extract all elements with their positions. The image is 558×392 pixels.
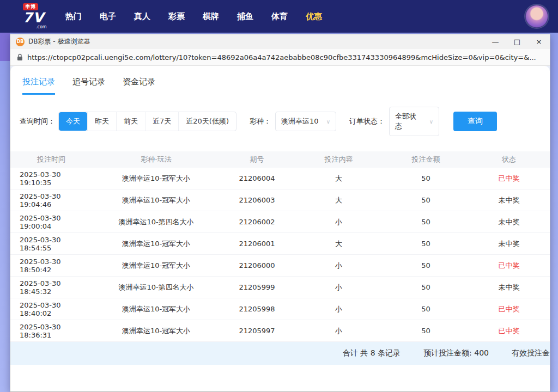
lottery-filter-label: 彩种： <box>250 117 271 126</box>
cell-bet-content: 小 <box>294 283 384 292</box>
cell-issue-number: 21206003 <box>220 196 294 204</box>
cell-issue-number: 21206002 <box>220 218 294 226</box>
nav-item[interactable]: 热门 <box>65 11 82 22</box>
db-favicon: DB <box>16 38 25 46</box>
tab-active[interactable]: 投注记录 <box>22 77 55 95</box>
cell-bet-time: 2025-03-30 18:50:42 <box>10 258 92 274</box>
table-row: 2025-03-30 18:36:31澳洲幸运10-冠军大小21205997小5… <box>10 320 550 342</box>
cell-bet-time: 2025-03-30 19:10:35 <box>10 170 92 187</box>
cell-status: 已中奖 <box>468 304 550 314</box>
table-row: 2025-03-30 19:10:35澳洲幸运10-冠军大小21206004大5… <box>10 168 550 189</box>
cell-status: 未中奖 <box>468 283 550 292</box>
nav-item[interactable]: 捕鱼 <box>237 11 253 22</box>
cell-status: 已中奖 <box>468 326 550 336</box>
time-filter-option[interactable]: 今天 <box>59 112 87 131</box>
table-row: 2025-03-30 18:54:55澳洲幸运10-冠军大小21206001大5… <box>10 233 550 255</box>
cell-bet-time: 2025-03-30 18:40:02 <box>10 301 92 317</box>
cell-play-type: 澳洲幸运10-冠军大小 <box>92 174 220 183</box>
status-filter-label: 订单状态： <box>349 117 385 126</box>
time-filter-option[interactable]: 近20天(低频) <box>178 112 236 131</box>
close-button[interactable]: × <box>528 34 550 49</box>
window-title: DB彩票 - 极速浏览器 <box>28 37 90 46</box>
table-header-cell: 投注金额 <box>384 155 468 164</box>
cell-bet-time: 2025-03-30 19:00:04 <box>10 214 92 230</box>
cell-status: 已中奖 <box>468 174 550 183</box>
top-navigation: 申博 7V .com 热门电子真人彩票棋牌捕鱼体育优惠 <box>0 0 558 33</box>
summary-valid-amount: 有效投注金 <box>512 348 550 358</box>
lottery-select-value: 澳洲幸运10 <box>281 117 319 126</box>
cell-play-type: 澳洲幸运10-冠军大小 <box>92 326 220 336</box>
bet-records-table: 投注时间彩种-玩法期号投注内容投注金额状态 2025-03-30 19:10:3… <box>10 151 550 365</box>
cell-play-type: 澳洲幸运10-第四名大小 <box>92 217 220 227</box>
table-row: 2025-03-30 18:50:42澳洲幸运10-冠军大小21206000小5… <box>10 255 550 277</box>
nav-item[interactable]: 棋牌 <box>203 11 219 22</box>
cell-bet-time: 2025-03-30 18:45:32 <box>10 279 92 296</box>
cell-issue-number: 21206000 <box>220 261 294 270</box>
cell-bet-content: 小 <box>294 217 384 227</box>
order-status-select[interactable]: 全部状态 ∨ <box>389 107 439 136</box>
cell-play-type: 澳洲幸运10-第四名大小 <box>92 283 220 292</box>
nav-item[interactable]: 真人 <box>134 11 150 22</box>
page-content: 投注记录追号记录资金记录 查询时间： 今天昨天前天近7天近20天(低频) 彩种：… <box>10 66 550 391</box>
cell-issue-number: 21205999 <box>220 283 294 291</box>
time-filter-option[interactable]: 昨天 <box>87 112 116 131</box>
cell-bet-amount: 50 <box>384 240 468 248</box>
nav-item[interactable]: 电子 <box>100 11 116 22</box>
nav-menu: 热门电子真人彩票棋牌捕鱼体育优惠 <box>65 11 322 22</box>
cell-bet-time: 2025-03-30 18:36:31 <box>10 323 92 339</box>
nav-item[interactable]: 彩票 <box>168 11 185 22</box>
cell-bet-time: 2025-03-30 19:04:46 <box>10 192 92 209</box>
cell-bet-amount: 50 <box>384 327 468 335</box>
time-filter-group: 今天昨天前天近7天近20天(低频) <box>58 112 236 131</box>
cell-bet-amount: 50 <box>384 261 468 270</box>
table-header-cell: 投注时间 <box>10 155 92 164</box>
cell-bet-amount: 50 <box>384 196 468 204</box>
tab-item[interactable]: 资金记录 <box>123 77 155 95</box>
address-bar: https://ctopcp02pcali.uengi5e.com/lotter… <box>10 49 550 66</box>
search-button[interactable]: 查询 <box>453 112 497 131</box>
user-avatar[interactable] <box>525 5 548 28</box>
nav-item[interactable]: 优惠 <box>306 11 322 22</box>
cell-status: 未中奖 <box>468 217 550 227</box>
table-header-cell: 状态 <box>468 155 550 164</box>
cell-play-type: 澳洲幸运10-冠军大小 <box>92 261 220 271</box>
chevron-down-icon: ∨ <box>429 119 433 125</box>
cell-issue-number: 21206001 <box>220 240 294 248</box>
table-row: 2025-03-30 19:00:04澳洲幸运10-第四名大小21206002小… <box>10 211 550 233</box>
lock-icon <box>17 53 23 61</box>
cell-play-type: 澳洲幸运10-冠军大小 <box>92 195 220 205</box>
table-header-cell: 彩种-玩法 <box>92 155 220 164</box>
browser-window: DB DB彩票 - 极速浏览器 — □ × https://ctopcp02pc… <box>10 34 550 392</box>
cell-bet-content: 小 <box>294 326 384 336</box>
cell-issue-number: 21206004 <box>220 174 294 182</box>
table-row: 2025-03-30 19:04:46澳洲幸运10-冠军大小21206003大5… <box>10 189 550 211</box>
table-body: 2025-03-30 19:10:35澳洲幸运10-冠军大小21206004大5… <box>10 168 550 342</box>
cell-bet-content: 小 <box>294 261 384 271</box>
cell-bet-amount: 50 <box>384 218 468 226</box>
cell-bet-content: 大 <box>294 174 384 183</box>
cell-play-type: 澳洲幸运10-冠军大小 <box>92 239 220 249</box>
time-filter-label: 查询时间： <box>20 117 55 126</box>
logo-text: 7V <box>23 11 56 24</box>
url-field[interactable]: https://ctopcp02pcali.uengi5e.com/lotter… <box>27 53 550 62</box>
maximize-button[interactable]: □ <box>506 34 528 49</box>
cell-bet-content: 小 <box>294 304 384 314</box>
cell-status: 已中奖 <box>468 261 550 271</box>
tab-item[interactable]: 追号记录 <box>72 77 105 95</box>
filter-bar: 查询时间： 今天昨天前天近7天近20天(低频) 彩种： 澳洲幸运10 ∨ 订单状… <box>10 107 550 136</box>
nav-item[interactable]: 体育 <box>271 11 288 22</box>
time-filter-option[interactable]: 前天 <box>116 112 145 131</box>
window-controls: — □ × <box>484 34 550 49</box>
table-header-cell: 期号 <box>220 155 294 164</box>
time-filter-option[interactable]: 近7天 <box>145 112 178 131</box>
table-row: 2025-03-30 18:45:32澳洲幸运10-第四名大小21205999小… <box>10 277 550 298</box>
table-header-row: 投注时间彩种-玩法期号投注内容投注金额状态 <box>10 151 550 168</box>
summary-expected-amount: 预计投注金额: 400 <box>423 348 489 358</box>
cell-issue-number: 21205998 <box>220 305 294 313</box>
lottery-select[interactable]: 澳洲幸运10 ∨ <box>275 112 336 131</box>
record-tabs: 投注记录追号记录资金记录 <box>10 66 550 95</box>
site-logo[interactable]: 申博 7V .com <box>23 3 56 29</box>
minimize-button[interactable]: — <box>484 34 506 49</box>
browser-titlebar: DB DB彩票 - 极速浏览器 — □ × <box>10 34 550 49</box>
chevron-down-icon: ∨ <box>326 119 330 125</box>
